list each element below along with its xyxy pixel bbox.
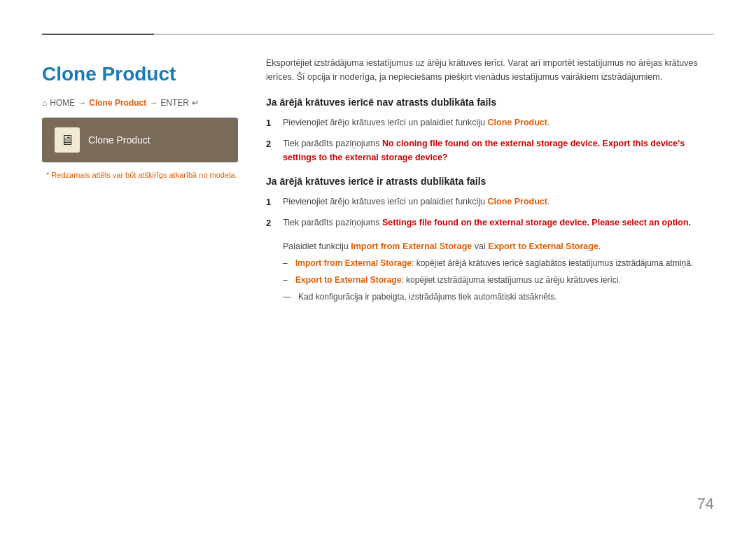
image-note: * Redzamais attēls var būt atšķirīgs atk…: [42, 171, 238, 179]
section1-step2: 2 Tiek parādīts paziņojums No cloning fi…: [266, 137, 714, 164]
step2-highlight: Settings file found on the external stor…: [382, 218, 691, 227]
section2-heading: Ja ārējā krātuves ierīcē ir atrasts dubl…: [266, 176, 714, 187]
step-number: 1: [266, 116, 276, 130]
step1-text: Pievienojiet ārējo krātuves ierīci un pa…: [283, 116, 550, 130]
note-line: Kad konfigurācija ir pabeigta, izstrādāj…: [283, 292, 714, 302]
section2-step1: 1 Pievienojiet ārējo krātuves ierīci un …: [266, 195, 714, 209]
step-number: 1: [266, 195, 276, 209]
step2-text: Tiek parādīts paziņojums Settings file f…: [283, 216, 691, 230]
content-area: Clone Product ⌂ HOME → Clone Product → E…: [42, 56, 714, 302]
export-link: Export to External Storage: [488, 241, 598, 251]
step-number: 2: [266, 216, 276, 230]
menu-icon: 🖥: [55, 127, 80, 153]
page-number: 74: [697, 495, 714, 513]
section1-heading: Ja ārējā krātuves ierīcē nav atrasts dub…: [266, 97, 714, 108]
sublist-item-export: Export to External Storage: kopējiet izs…: [283, 274, 714, 287]
page: Clone Product ⌂ HOME → Clone Product → E…: [0, 0, 756, 534]
menu-box[interactable]: 🖥 Clone Product: [42, 118, 238, 162]
section1-list: 1 Pievienojiet ārējo krātuves ierīci un …: [266, 116, 714, 164]
breadcrumb-arrow2: →: [149, 98, 158, 108]
import-link: Import from External Storage: [351, 241, 472, 251]
breadcrumb-link[interactable]: Clone Product: [89, 98, 146, 108]
palaidiet-line: Palaidiet funkciju Import from External …: [283, 241, 714, 251]
section1-step1: 1 Pievienojiet ārējo krātuves ierīci un …: [266, 116, 714, 130]
home-icon: ⌂: [42, 98, 47, 108]
intro-text: Eksportējiet izstrādājuma iestatījumus u…: [266, 56, 714, 84]
export-label: Export to External Storage: kopējiet izs…: [295, 274, 621, 287]
section2-sublist: Import from External Storage: kopējiet ā…: [283, 257, 714, 286]
section2-step2: 2 Tiek parādīts paziņojums Settings file…: [266, 216, 714, 230]
step-number: 2: [266, 137, 276, 164]
enter-icon: ↵: [192, 98, 199, 108]
step2-text: Tiek parādīts paziņojums No cloning file…: [283, 137, 714, 164]
import-label: Import from External Storage: kopējiet ā…: [295, 257, 693, 270]
left-accent: [42, 34, 154, 35]
left-panel: Clone Product ⌂ HOME → Clone Product → E…: [42, 56, 238, 302]
step1-text: Pievienojiet ārējo krātuves ierīci un pa…: [283, 195, 550, 209]
section2: Ja ārējā krātuves ierīcē ir atrasts dubl…: [266, 176, 714, 302]
section1: Ja ārējā krātuves ierīcē nav atrasts dub…: [266, 97, 714, 164]
right-panel: Eksportējiet izstrādājuma iestatījumus u…: [266, 56, 714, 302]
step1-link: Clone Product: [488, 197, 547, 206]
breadcrumb-arrow1: →: [78, 98, 86, 108]
home-label: HOME: [50, 98, 75, 108]
sublist-item-import: Import from External Storage: kopējiet ā…: [283, 257, 714, 270]
section2-list: 1 Pievienojiet ārējo krātuves ierīci un …: [266, 195, 714, 230]
menu-label: Clone Product: [88, 134, 150, 146]
breadcrumb-enter: ENTER: [160, 98, 189, 108]
breadcrumb: ⌂ HOME → Clone Product → ENTER ↵: [42, 98, 238, 108]
step1-link: Clone Product: [488, 118, 547, 127]
tv-icon: 🖥: [60, 132, 74, 148]
page-title: Clone Product: [42, 63, 238, 85]
